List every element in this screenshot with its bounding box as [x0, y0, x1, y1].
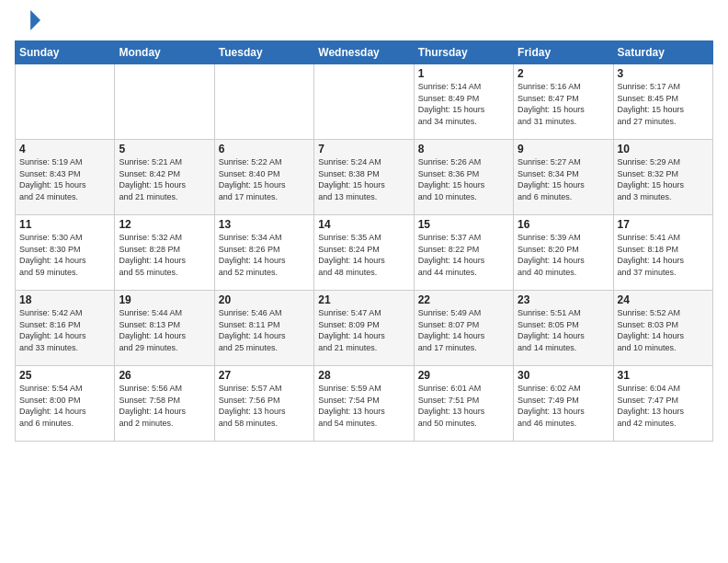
day-cell — [314, 64, 414, 140]
day-number: 20 — [219, 293, 310, 306]
day-info: Sunrise: 5:44 AM Sunset: 8:13 PM Dayligh… — [119, 307, 210, 353]
day-cell: 22Sunrise: 5:49 AM Sunset: 8:07 PM Dayli… — [414, 291, 513, 366]
weekday-saturday: Saturday — [613, 41, 712, 64]
day-info: Sunrise: 5:47 AM Sunset: 8:09 PM Dayligh… — [318, 307, 409, 353]
day-number: 24 — [618, 293, 709, 306]
day-cell: 5Sunrise: 5:21 AM Sunset: 8:42 PM Daylig… — [115, 140, 214, 215]
day-number: 14 — [318, 218, 409, 231]
day-number: 22 — [418, 293, 509, 306]
week-row-5: 25Sunrise: 5:54 AM Sunset: 8:00 PM Dayli… — [16, 366, 713, 442]
day-cell: 1Sunrise: 5:14 AM Sunset: 8:49 PM Daylig… — [414, 64, 513, 140]
day-info: Sunrise: 5:35 AM Sunset: 8:24 PM Dayligh… — [318, 232, 409, 278]
day-info: Sunrise: 5:32 AM Sunset: 8:28 PM Dayligh… — [119, 232, 210, 278]
day-info: Sunrise: 5:21 AM Sunset: 8:42 PM Dayligh… — [119, 156, 210, 202]
day-cell: 31Sunrise: 6:04 AM Sunset: 7:47 PM Dayli… — [613, 366, 712, 442]
day-cell: 18Sunrise: 5:42 AM Sunset: 8:16 PM Dayli… — [16, 291, 115, 366]
weekday-header-row: SundayMondayTuesdayWednesdayThursdayFrid… — [16, 41, 713, 64]
day-info: Sunrise: 5:19 AM Sunset: 8:43 PM Dayligh… — [19, 156, 110, 202]
day-cell: 11Sunrise: 5:30 AM Sunset: 8:30 PM Dayli… — [16, 215, 115, 291]
day-cell: 15Sunrise: 5:37 AM Sunset: 8:22 PM Dayli… — [414, 215, 513, 291]
day-cell — [214, 64, 313, 140]
day-info: Sunrise: 6:04 AM Sunset: 7:47 PM Dayligh… — [618, 383, 709, 429]
day-number: 17 — [618, 218, 709, 231]
day-cell: 4Sunrise: 5:19 AM Sunset: 8:43 PM Daylig… — [16, 140, 115, 215]
day-cell: 12Sunrise: 5:32 AM Sunset: 8:28 PM Dayli… — [115, 215, 214, 291]
logo — [15, 11, 40, 33]
weekday-friday: Friday — [514, 41, 613, 64]
day-cell: 30Sunrise: 6:02 AM Sunset: 7:49 PM Dayli… — [514, 366, 613, 442]
day-number: 7 — [318, 143, 409, 155]
day-number: 31 — [618, 369, 709, 382]
week-row-4: 18Sunrise: 5:42 AM Sunset: 8:16 PM Dayli… — [16, 291, 713, 366]
day-info: Sunrise: 5:56 AM Sunset: 7:58 PM Dayligh… — [119, 383, 210, 429]
day-cell: 14Sunrise: 5:35 AM Sunset: 8:24 PM Dayli… — [314, 215, 414, 291]
day-number: 28 — [318, 369, 409, 382]
day-info: Sunrise: 5:16 AM Sunset: 8:47 PM Dayligh… — [518, 81, 609, 127]
day-info: Sunrise: 5:24 AM Sunset: 8:38 PM Dayligh… — [318, 156, 409, 202]
svg-marker-0 — [30, 10, 40, 30]
day-info: Sunrise: 5:52 AM Sunset: 8:03 PM Dayligh… — [618, 307, 709, 353]
day-info: Sunrise: 5:17 AM Sunset: 8:45 PM Dayligh… — [618, 81, 709, 127]
day-number: 2 — [518, 67, 609, 80]
day-cell — [16, 64, 115, 140]
day-number: 4 — [19, 143, 110, 155]
day-number: 13 — [219, 218, 310, 231]
day-info: Sunrise: 5:51 AM Sunset: 8:05 PM Dayligh… — [518, 307, 609, 353]
day-cell: 28Sunrise: 5:59 AM Sunset: 7:54 PM Dayli… — [314, 366, 414, 442]
page: SundayMondayTuesdayWednesdayThursdayFrid… — [0, 0, 728, 563]
day-cell: 6Sunrise: 5:22 AM Sunset: 8:40 PM Daylig… — [214, 140, 313, 215]
day-info: Sunrise: 5:49 AM Sunset: 8:07 PM Dayligh… — [418, 307, 509, 353]
weekday-sunday: Sunday — [16, 41, 115, 64]
day-cell: 2Sunrise: 5:16 AM Sunset: 8:47 PM Daylig… — [514, 64, 613, 140]
day-cell: 21Sunrise: 5:47 AM Sunset: 8:09 PM Dayli… — [314, 291, 414, 366]
day-info: Sunrise: 5:39 AM Sunset: 8:20 PM Dayligh… — [518, 232, 609, 278]
day-info: Sunrise: 6:02 AM Sunset: 7:49 PM Dayligh… — [518, 383, 609, 429]
day-info: Sunrise: 5:42 AM Sunset: 8:16 PM Dayligh… — [19, 307, 110, 353]
day-info: Sunrise: 5:30 AM Sunset: 8:30 PM Dayligh… — [19, 232, 110, 278]
day-cell — [115, 64, 214, 140]
day-number: 21 — [318, 293, 409, 306]
day-number: 30 — [518, 369, 609, 382]
day-cell: 23Sunrise: 5:51 AM Sunset: 8:05 PM Dayli… — [514, 291, 613, 366]
day-info: Sunrise: 5:41 AM Sunset: 8:18 PM Dayligh… — [618, 232, 709, 278]
day-cell: 19Sunrise: 5:44 AM Sunset: 8:13 PM Dayli… — [115, 291, 214, 366]
day-info: Sunrise: 5:57 AM Sunset: 7:56 PM Dayligh… — [219, 383, 310, 429]
day-number: 26 — [119, 369, 210, 382]
week-row-3: 11Sunrise: 5:30 AM Sunset: 8:30 PM Dayli… — [16, 215, 713, 291]
week-row-2: 4Sunrise: 5:19 AM Sunset: 8:43 PM Daylig… — [16, 140, 713, 215]
day-cell: 7Sunrise: 5:24 AM Sunset: 8:38 PM Daylig… — [314, 140, 414, 215]
day-number: 25 — [19, 369, 110, 382]
weekday-tuesday: Tuesday — [214, 41, 313, 64]
day-cell: 9Sunrise: 5:27 AM Sunset: 8:34 PM Daylig… — [514, 140, 613, 215]
day-cell: 29Sunrise: 6:01 AM Sunset: 7:51 PM Dayli… — [414, 366, 513, 442]
day-info: Sunrise: 5:46 AM Sunset: 8:11 PM Dayligh… — [219, 307, 310, 353]
day-number: 15 — [418, 218, 509, 231]
day-cell: 20Sunrise: 5:46 AM Sunset: 8:11 PM Dayli… — [214, 291, 313, 366]
day-cell: 25Sunrise: 5:54 AM Sunset: 8:00 PM Dayli… — [16, 366, 115, 442]
week-row-1: 1Sunrise: 5:14 AM Sunset: 8:49 PM Daylig… — [16, 64, 713, 140]
day-info: Sunrise: 5:22 AM Sunset: 8:40 PM Dayligh… — [219, 156, 310, 202]
day-number: 6 — [219, 143, 310, 155]
weekday-wednesday: Wednesday — [314, 41, 414, 64]
day-number: 29 — [418, 369, 509, 382]
day-cell: 24Sunrise: 5:52 AM Sunset: 8:03 PM Dayli… — [613, 291, 712, 366]
day-cell: 17Sunrise: 5:41 AM Sunset: 8:18 PM Dayli… — [613, 215, 712, 291]
day-number: 11 — [19, 218, 110, 231]
day-cell: 10Sunrise: 5:29 AM Sunset: 8:32 PM Dayli… — [613, 140, 712, 215]
svg-marker-1 — [35, 10, 40, 16]
day-cell: 8Sunrise: 5:26 AM Sunset: 8:36 PM Daylig… — [414, 140, 513, 215]
day-number: 12 — [119, 218, 210, 231]
day-cell: 26Sunrise: 5:56 AM Sunset: 7:58 PM Dayli… — [115, 366, 214, 442]
day-info: Sunrise: 5:26 AM Sunset: 8:36 PM Dayligh… — [418, 156, 509, 202]
day-number: 5 — [119, 143, 210, 155]
day-cell: 27Sunrise: 5:57 AM Sunset: 7:56 PM Dayli… — [214, 366, 313, 442]
day-info: Sunrise: 5:29 AM Sunset: 8:32 PM Dayligh… — [618, 156, 709, 202]
header — [15, 11, 713, 33]
day-info: Sunrise: 5:27 AM Sunset: 8:34 PM Dayligh… — [518, 156, 609, 202]
day-number: 10 — [618, 143, 709, 155]
day-info: Sunrise: 5:54 AM Sunset: 8:00 PM Dayligh… — [19, 383, 110, 429]
day-cell: 3Sunrise: 5:17 AM Sunset: 8:45 PM Daylig… — [613, 64, 712, 140]
day-info: Sunrise: 5:37 AM Sunset: 8:22 PM Dayligh… — [418, 232, 509, 278]
logo-icon — [15, 7, 40, 33]
day-info: Sunrise: 5:59 AM Sunset: 7:54 PM Dayligh… — [318, 383, 409, 429]
